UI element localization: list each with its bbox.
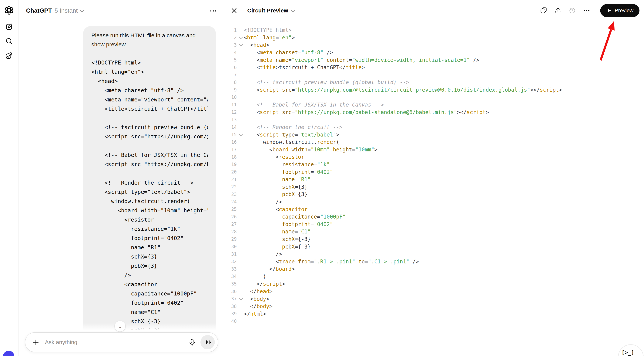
code-line[interactable]: 10 [222, 93, 644, 101]
line-number: 2 [222, 35, 237, 40]
copy-button[interactable] [540, 6, 548, 15]
line-number: 37 [222, 296, 237, 302]
line-number: 12 [222, 110, 237, 115]
line-number: 1 [222, 27, 237, 33]
canvas-title-dropdown[interactable]: Circuit Preview [247, 7, 294, 14]
search-button[interactable] [5, 37, 13, 45]
code-line[interactable]: 13 [222, 116, 644, 123]
code-line[interactable]: 18 <resistor [222, 153, 644, 161]
code-line[interactable]: 6 <title>tscircuit + ChatGPT</title> [222, 64, 644, 71]
code-line[interactable]: 22 schX={3} [222, 183, 644, 191]
code-text: <script src="https://unpkg.com/babel-sta… [244, 109, 489, 115]
voice-mode-button[interactable] [200, 335, 215, 350]
code-line[interactable]: 39</html> [222, 310, 644, 318]
code-line[interactable]: 17 <board width="10mm" height="10mm"> [222, 146, 644, 153]
history-button[interactable] [568, 6, 577, 15]
code-line[interactable]: 32 <trace from=".R1 > .pin1" to=".C1 > .… [222, 258, 644, 265]
code-line[interactable]: 7 [222, 71, 644, 79]
code-line[interactable]: 35 </script> [222, 280, 644, 288]
code-line[interactable]: 16 window.tscircuit.render( [222, 138, 644, 146]
code-line[interactable]: 37 <body> [222, 295, 644, 303]
chat-input[interactable] [44, 339, 184, 346]
code-line[interactable]: 24 /> [222, 198, 644, 206]
code-text: <title>tscircuit + ChatGPT</title> [244, 64, 365, 70]
code-line[interactable]: 3 <head> [222, 41, 644, 49]
line-number: 38 [222, 304, 237, 309]
line-number: 22 [222, 184, 237, 190]
code-line[interactable]: 34 ) [222, 273, 644, 280]
canvas-more-button[interactable] [583, 6, 591, 15]
code-line[interactable]: 38 </body> [222, 303, 644, 310]
code-line[interactable]: 26 capacitance="1000pF" [222, 213, 644, 221]
code-line[interactable]: 9 <script src="https://unpkg.com/@tscirc… [222, 86, 644, 94]
code-line[interactable]: 5 <meta name="viewport" content="width=d… [222, 56, 644, 64]
copy-icon [540, 7, 548, 14]
code-line[interactable]: 31 /> [222, 250, 644, 258]
code-line[interactable]: 12 <script src="https://unpkg.com/babel-… [222, 109, 644, 116]
line-number: 27 [222, 222, 237, 227]
code-line[interactable]: 14 <!-- Render the circuit --> [222, 123, 644, 131]
close-canvas-button[interactable] [230, 6, 238, 15]
line-number: 25 [222, 207, 237, 212]
share-button[interactable] [554, 6, 562, 15]
code-text: <meta name="viewport" content="width=dev… [244, 57, 480, 63]
code-line[interactable]: 33 </board> [222, 265, 644, 273]
line-number: 39 [222, 311, 237, 316]
code-line[interactable]: 11 <!-- Babel for JSX/TSX in the Canvas … [222, 101, 644, 109]
line-number: 16 [222, 140, 237, 145]
code-line[interactable]: 30 pcbX={-3} [222, 243, 644, 250]
code-line[interactable]: 4 <meta charset="utf-8" /> [222, 49, 644, 56]
code-text: window.tscircuit.render( [244, 139, 339, 145]
line-number: 33 [222, 266, 237, 272]
code-line[interactable]: 8 <!-- tscircuit preview bundle (global … [222, 79, 644, 86]
code-line[interactable]: 20 footprint="0402" [222, 168, 644, 176]
code-text: /> [244, 251, 282, 257]
code-text: resistance="1k" [244, 161, 330, 168]
line-number: 20 [222, 169, 237, 175]
code-text: capacitance="1000pF" [244, 214, 346, 220]
fold-chevron-icon[interactable] [237, 298, 244, 300]
code-editor[interactable]: 1<!DOCTYPE html>2<html lang="en">3 <head… [222, 21, 644, 356]
code-text: </script> [244, 281, 285, 287]
code-line[interactable]: 36 </head> [222, 288, 644, 295]
new-chat-button[interactable] [5, 23, 13, 31]
code-line[interactable]: 21 name="R1" [222, 176, 644, 183]
line-number: 10 [222, 95, 237, 100]
line-number: 3 [222, 42, 237, 48]
code-line[interactable]: 2<html lang="en"> [222, 34, 644, 41]
code-text: pcbX={3} [244, 191, 308, 197]
code-line[interactable]: 15 <script type="text/babel"> [222, 131, 644, 138]
chat-header: ChatGPT 5 Instant [18, 0, 222, 21]
code-text: <resistor [244, 154, 304, 160]
code-line[interactable]: 23 pcbX={3} [222, 191, 644, 198]
preview-button[interactable]: Preview [600, 4, 640, 17]
code-line[interactable]: 29 schX={-3} [222, 236, 644, 243]
code-line[interactable]: 1<!DOCTYPE html> [222, 26, 644, 34]
code-line[interactable]: 25 <capacitor [222, 206, 644, 213]
chat-panel: ChatGPT 5 Instant Please run this HTML f… [18, 0, 222, 356]
code-text: name="R1" [244, 176, 311, 183]
code-text: <body> [244, 296, 269, 302]
library-button[interactable] [5, 51, 13, 60]
code-text: <board width="10mm" height="10mm"> [244, 146, 378, 153]
microphone-icon [188, 338, 196, 347]
line-number: 8 [222, 80, 237, 85]
library-icon [5, 51, 13, 60]
attach-button[interactable] [32, 338, 40, 347]
chat-more-button[interactable] [209, 7, 218, 15]
terminal-icon: [>_] [622, 350, 634, 356]
fold-chevron-icon[interactable] [237, 36, 244, 39]
fold-chevron-icon[interactable] [237, 133, 244, 136]
scroll-to-bottom-button[interactable]: ↓ [114, 321, 126, 332]
code-text: <trace from=".R1 > .pin1" to=".C1 > .pin… [244, 259, 419, 265]
code-line[interactable]: 27 footprint="0402" [222, 220, 644, 228]
code-line[interactable]: 40 [222, 318, 644, 325]
dictate-button[interactable] [188, 338, 196, 347]
code-line[interactable]: 19 resistance="1k" [222, 161, 644, 168]
new-chat-icon [5, 23, 13, 31]
user-avatar[interactable] [3, 351, 14, 356]
code-line[interactable]: 28 name="C1" [222, 228, 644, 236]
fold-chevron-icon[interactable] [237, 43, 244, 46]
code-text: pcbX={-3} [244, 244, 311, 250]
model-selector[interactable]: ChatGPT 5 Instant [26, 7, 84, 14]
